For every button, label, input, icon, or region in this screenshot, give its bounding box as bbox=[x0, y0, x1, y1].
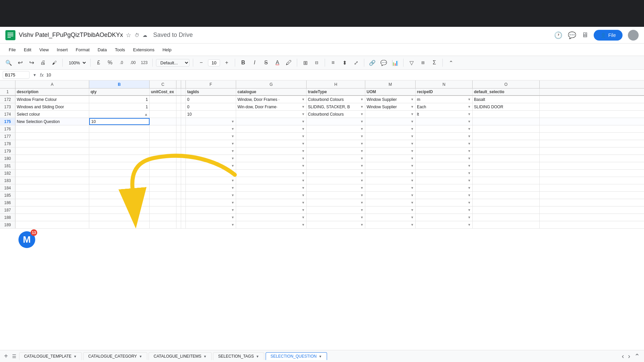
sheet-tab-selection-question[interactable]: SELECTION_QUESTION ▼ bbox=[266, 352, 327, 360]
cell-177-f[interactable]: ▼ bbox=[186, 133, 236, 140]
cell-178-m[interactable]: ▼ bbox=[365, 140, 416, 147]
cell-188-b[interactable] bbox=[89, 214, 150, 221]
cell-183-g[interactable]: ▼ bbox=[236, 177, 307, 184]
filter-button[interactable]: ▽ bbox=[407, 58, 416, 67]
cell-187-f[interactable]: ▼ bbox=[186, 206, 236, 214]
menu-file[interactable]: File bbox=[5, 46, 19, 54]
cell-176-a[interactable] bbox=[15, 125, 89, 132]
cell-172-h[interactable]: Colourbond Colours ▼ bbox=[307, 96, 365, 103]
cell-182-g[interactable]: ▼ bbox=[236, 170, 307, 177]
history-icon[interactable]: ⏱ bbox=[135, 33, 139, 38]
cell-175-h[interactable]: ▼ bbox=[307, 118, 365, 125]
highlight-color-button[interactable]: 🖊 bbox=[284, 58, 293, 67]
cell-178-o[interactable] bbox=[473, 140, 540, 147]
undo-button[interactable]: ↩ bbox=[15, 58, 25, 67]
formula-button[interactable]: Σ bbox=[430, 58, 439, 67]
cell-189-n[interactable]: ▼ bbox=[416, 221, 473, 228]
cell-185-o[interactable] bbox=[473, 192, 540, 199]
link-button[interactable]: 🔗 bbox=[368, 58, 377, 67]
cell-185-a[interactable] bbox=[15, 192, 89, 199]
cell-177-c[interactable] bbox=[150, 133, 176, 140]
cell-177-g[interactable]: ▼ bbox=[236, 133, 307, 140]
cell-186-a[interactable] bbox=[15, 199, 89, 206]
cell-reference-input[interactable] bbox=[3, 71, 30, 79]
share-button[interactable]: 👤 File bbox=[594, 30, 623, 41]
expand-formula-icon[interactable]: ▾ bbox=[34, 72, 36, 77]
cell-187-m[interactable]: ▼ bbox=[365, 206, 416, 214]
cell-187-o[interactable] bbox=[473, 206, 540, 214]
cell-173-f[interactable]: 0 bbox=[186, 103, 236, 110]
cell-183-m[interactable]: ▼ bbox=[365, 177, 416, 184]
cell-183-a[interactable] bbox=[15, 177, 89, 184]
cell-173-o[interactable]: SLIDING DOOR bbox=[473, 103, 540, 110]
cell-183-b[interactable] bbox=[89, 177, 150, 184]
cell-174-o[interactable] bbox=[473, 111, 540, 118]
cell-181-g[interactable]: ▼ bbox=[236, 162, 307, 169]
cell-179-c[interactable] bbox=[150, 147, 176, 155]
cell-184-a[interactable] bbox=[15, 184, 89, 191]
cell-180-b[interactable] bbox=[89, 155, 150, 162]
col-header-b[interactable]: B bbox=[89, 80, 150, 88]
sheets-menu-button[interactable]: ☰ bbox=[11, 352, 18, 360]
cell-174-f[interactable]: 10 bbox=[186, 111, 236, 118]
cell-188-m[interactable]: ▼ bbox=[365, 214, 416, 221]
cell-179-g[interactable]: ▼ bbox=[236, 147, 307, 155]
cell-180-a[interactable] bbox=[15, 155, 89, 162]
bold-button[interactable]: B bbox=[238, 58, 248, 67]
cell-175-b-input[interactable] bbox=[91, 119, 148, 124]
cell-185-n[interactable]: ▼ bbox=[416, 192, 473, 199]
cell-176-b[interactable] bbox=[89, 125, 150, 132]
cell-188-g[interactable]: ▼ bbox=[236, 214, 307, 221]
cell-182-h[interactable]: ▼ bbox=[307, 170, 365, 177]
cell-184-c[interactable] bbox=[150, 184, 176, 191]
cell-186-n[interactable]: ▼ bbox=[416, 199, 473, 206]
cell-174-n[interactable]: lt ▼ bbox=[416, 111, 473, 118]
cell-173-n[interactable]: Each ▼ bbox=[416, 103, 473, 110]
cell-184-n[interactable]: ▼ bbox=[416, 184, 473, 191]
cell-188-h[interactable]: ▼ bbox=[307, 214, 365, 221]
cell-175-m[interactable]: ▼ bbox=[365, 118, 416, 125]
cell-173-m[interactable]: Window Supplier ▼ bbox=[365, 103, 416, 110]
sheet-tab-catalogue-category[interactable]: CATALOGUE_CATEGORY ▼ bbox=[83, 352, 147, 360]
cell-181-b[interactable] bbox=[89, 162, 150, 169]
menu-data[interactable]: Data bbox=[94, 46, 110, 54]
cell-179-f[interactable]: ▼ bbox=[186, 147, 236, 155]
cell-183-n[interactable]: ▼ bbox=[416, 177, 473, 184]
percent-button[interactable]: % bbox=[105, 58, 115, 67]
cell-185-c[interactable] bbox=[150, 192, 176, 199]
cell-187-a[interactable] bbox=[15, 206, 89, 214]
cell-172-g[interactable]: Window, Door Frames · ▼ bbox=[236, 96, 307, 103]
cell-184-g[interactable]: ▼ bbox=[236, 184, 307, 191]
cell-177-a[interactable] bbox=[15, 133, 89, 140]
menu-insert[interactable]: Insert bbox=[53, 46, 71, 54]
cell-183-f[interactable]: ▼ bbox=[186, 177, 236, 184]
paint-format-button[interactable]: 🖌 bbox=[50, 58, 59, 67]
cell-182-b[interactable] bbox=[89, 170, 150, 177]
user-avatar[interactable] bbox=[628, 30, 639, 41]
menu-format[interactable]: Format bbox=[72, 46, 93, 54]
cell-175-g[interactable]: ▼ bbox=[236, 118, 307, 125]
format-123-button[interactable]: 123 bbox=[140, 58, 149, 67]
cell-189-h[interactable]: ▼ bbox=[307, 221, 365, 228]
cell-172-o[interactable]: Basalt bbox=[473, 96, 540, 103]
cell-176-c[interactable] bbox=[150, 125, 176, 132]
cell-172-n[interactable]: m ▼ bbox=[416, 96, 473, 103]
sheet-scroll-left[interactable]: ‹ bbox=[621, 351, 626, 362]
cell-175-o[interactable] bbox=[473, 118, 540, 125]
cell-174-a[interactable]: Select colour bbox=[15, 111, 89, 118]
cell-184-b[interactable] bbox=[89, 184, 150, 191]
cell-185-b[interactable] bbox=[89, 192, 150, 199]
decimal-decrease-button[interactable]: .0 bbox=[117, 58, 126, 67]
sort-button[interactable]: ⊞ bbox=[418, 58, 428, 67]
cell-187-h[interactable]: ▼ bbox=[307, 206, 365, 214]
zoom-select[interactable]: 100% bbox=[66, 59, 87, 66]
cell-172-m[interactable]: Window Supplier ▼ bbox=[365, 96, 416, 103]
sheet-tab-selection-tags[interactable]: SELECTION_TAGS ▼ bbox=[213, 352, 264, 360]
cell-176-n[interactable]: ▼ bbox=[416, 125, 473, 132]
cell-172-f[interactable]: 0 bbox=[186, 96, 236, 103]
strikethrough-button[interactable]: S bbox=[261, 58, 271, 67]
decimal-increase-button[interactable]: .00 bbox=[128, 58, 138, 67]
sheet-tab-catalogue-lineitems[interactable]: CATALOGUE_LINEITEMS ▼ bbox=[149, 352, 212, 360]
cell-179-h[interactable]: ▼ bbox=[307, 147, 365, 155]
cell-182-n[interactable]: ▼ bbox=[416, 170, 473, 177]
